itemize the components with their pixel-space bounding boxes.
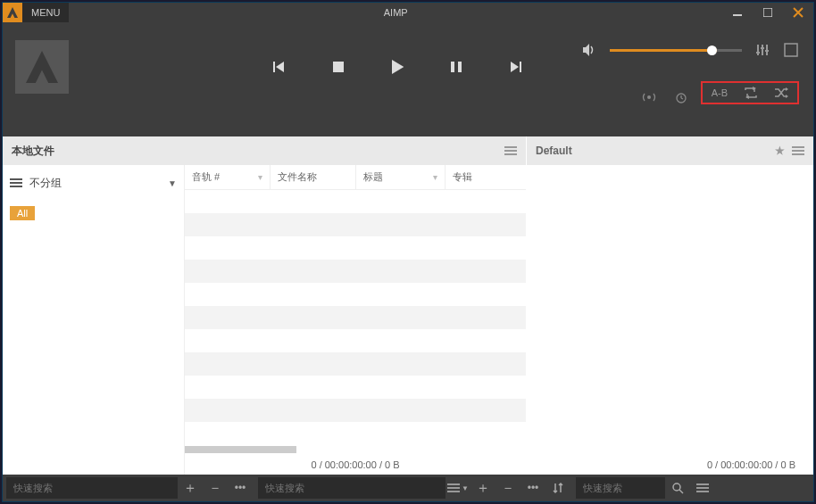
library-status: 0 / 00:00:00:00 / 0 B <box>185 455 526 475</box>
more-button[interactable]: ••• <box>228 475 253 501</box>
table-row[interactable] <box>185 352 526 376</box>
svg-rect-7 <box>757 45 759 55</box>
search-button[interactable] <box>665 475 690 501</box>
svg-point-16 <box>673 483 680 491</box>
svg-rect-13 <box>785 44 797 56</box>
add-button[interactable]: ＋ <box>178 475 203 501</box>
playlist-pane: Default ★ 0 / 00:00:00:00 / 0 B <box>526 136 813 475</box>
search-input-left[interactable] <box>6 477 178 499</box>
svg-rect-11 <box>761 47 764 49</box>
maximize-button[interactable] <box>753 3 783 22</box>
divider-strip <box>3 112 813 136</box>
table-row[interactable] <box>185 213 526 236</box>
next-button[interactable] <box>506 58 524 76</box>
group-selector[interactable]: 不分组 ▼ <box>10 170 177 195</box>
extra-controls-right: A-B <box>701 81 799 104</box>
svg-rect-5 <box>458 62 462 72</box>
transport-controls <box>271 58 524 76</box>
player-panel: A-B <box>3 22 813 112</box>
track-list: 音轨 #▾ 文件名称 标题▾ 专辑 <box>185 165 526 475</box>
settings-menu-button[interactable] <box>690 475 715 501</box>
library-header: 本地文件 <box>3 136 526 165</box>
table-row[interactable] <box>185 306 526 329</box>
ab-repeat-button[interactable]: A-B <box>712 87 728 98</box>
playlist-body <box>527 165 813 455</box>
svg-rect-10 <box>756 52 760 54</box>
window-title: AIMP <box>69 7 722 18</box>
horizontal-scrollbar[interactable] <box>185 446 526 455</box>
table-row[interactable] <box>185 376 526 399</box>
svg-rect-8 <box>762 45 763 55</box>
playlist-add-button[interactable]: ＋ <box>470 475 495 501</box>
playlist-title[interactable]: Default <box>536 145 572 157</box>
column-headers: 音轨 #▾ 文件名称 标题▾ 专辑 <box>185 165 526 190</box>
volume-row <box>581 42 799 58</box>
shuffle-icon[interactable] <box>774 87 788 99</box>
all-filter-tag[interactable]: All <box>10 206 35 220</box>
app-logo-icon <box>3 3 22 22</box>
pause-button[interactable] <box>447 58 465 76</box>
svg-rect-1 <box>763 8 772 17</box>
minimize-button[interactable] <box>722 3 753 22</box>
main-content: 本地文件 不分组 ▼ All 音轨 #▾ 文件名称 <box>3 136 813 475</box>
bottom-toolbar: ＋ － ••• ▼ ＋ － ••• <box>3 475 813 501</box>
svg-rect-2 <box>273 62 275 72</box>
repeat-icon[interactable] <box>744 87 758 99</box>
search-input-right[interactable] <box>576 477 665 499</box>
sort-button[interactable] <box>545 475 570 501</box>
timer-icon[interactable] <box>674 90 688 104</box>
svg-rect-0 <box>733 14 742 16</box>
filter-icon[interactable]: ▾ <box>258 172 262 182</box>
column-title[interactable]: 标题▾ <box>356 165 445 189</box>
extra-controls-left <box>642 90 688 104</box>
titlebar: MENU AIMP <box>3 3 813 22</box>
table-row[interactable] <box>185 236 526 260</box>
search-input-middle[interactable] <box>258 477 445 499</box>
group-sidebar: 不分组 ▼ All <box>3 165 185 475</box>
hamburger-icon <box>10 178 22 187</box>
list-menu-button[interactable]: ▼ <box>445 475 470 501</box>
filter-icon[interactable]: ▾ <box>433 172 437 182</box>
volume-slider[interactable] <box>610 49 742 52</box>
library-body: 不分组 ▼ All 音轨 #▾ 文件名称 标题▾ 专辑 <box>3 165 526 475</box>
chevron-down-icon: ▼ <box>168 178 177 188</box>
column-track[interactable]: 音轨 #▾ <box>185 165 271 189</box>
library-title: 本地文件 <box>12 144 54 159</box>
volume-icon[interactable] <box>581 42 597 58</box>
app-window: MENU AIMP <box>2 2 814 502</box>
table-row[interactable] <box>185 260 526 283</box>
svg-rect-12 <box>765 50 769 52</box>
svg-rect-6 <box>520 62 521 72</box>
visualization-icon[interactable] <box>783 42 799 58</box>
table-row[interactable] <box>185 399 526 422</box>
library-menu-icon[interactable] <box>504 146 517 155</box>
playlist-status: 0 / 00:00:00:00 / 0 B <box>527 455 813 475</box>
playlist-menu-icon[interactable] <box>792 146 804 155</box>
close-button[interactable] <box>783 3 813 22</box>
previous-button[interactable] <box>271 58 288 76</box>
playlist-header: Default ★ <box>527 136 813 165</box>
svg-rect-4 <box>451 62 454 72</box>
svg-rect-3 <box>333 62 344 72</box>
group-label: 不分组 <box>29 176 62 191</box>
column-album[interactable]: 专辑 <box>445 165 526 189</box>
remove-button[interactable]: － <box>203 475 228 501</box>
playback-mode-box: A-B <box>701 81 799 104</box>
album-art-placeholder <box>15 40 69 94</box>
column-filename[interactable]: 文件名称 <box>271 165 356 189</box>
table-row[interactable] <box>185 190 526 213</box>
library-pane: 本地文件 不分组 ▼ All 音轨 #▾ 文件名称 <box>3 136 526 475</box>
equalizer-icon[interactable] <box>754 42 770 58</box>
menu-button[interactable]: MENU <box>22 3 69 22</box>
window-controls <box>722 3 813 22</box>
stop-button[interactable] <box>329 58 347 76</box>
favorite-icon[interactable]: ★ <box>775 145 785 157</box>
svg-point-14 <box>647 95 651 99</box>
track-rows <box>185 190 526 446</box>
play-button[interactable] <box>388 58 406 76</box>
table-row[interactable] <box>185 329 526 352</box>
radio-icon[interactable] <box>642 90 656 104</box>
playlist-more-button[interactable]: ••• <box>520 475 545 501</box>
table-row[interactable] <box>185 283 526 306</box>
playlist-remove-button[interactable]: － <box>495 475 520 501</box>
